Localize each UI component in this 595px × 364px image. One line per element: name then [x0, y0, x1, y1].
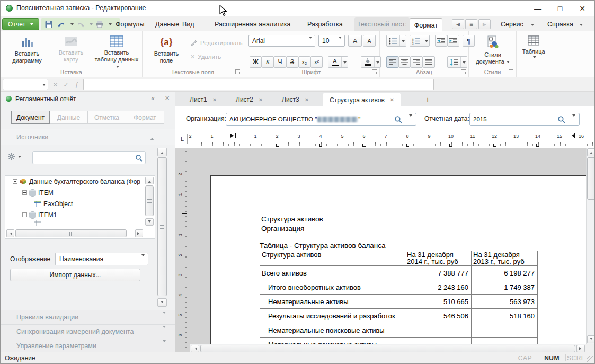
underline-button[interactable]: Ч — [274, 56, 286, 68]
tab-stop-marker[interactable] — [406, 144, 409, 147]
menu-tab-advanced-analytics[interactable]: Расширенная аналитика — [212, 19, 293, 30]
insert-chart-button[interactable]: Вставить диаграмму — [4, 33, 50, 64]
formula-input[interactable] — [83, 79, 434, 90]
sidebar-tab-document[interactable]: Документ — [11, 111, 50, 124]
align-left-button[interactable] — [386, 56, 398, 68]
name-box-combo[interactable] — [3, 79, 48, 90]
bold-button[interactable]: Ж — [250, 56, 262, 68]
italic-button[interactable]: К — [262, 56, 274, 68]
print-dropdown[interactable] — [106, 19, 112, 30]
maximize-button[interactable]: □ — [549, 1, 571, 16]
sidebar-scroll-up-button[interactable] — [157, 148, 167, 156]
import-data-button[interactable]: Импорт данных... — [10, 269, 140, 281]
redo-dropdown[interactable] — [87, 19, 93, 30]
sheet-tab-3[interactable]: Лист3✕ — [276, 93, 315, 106]
line-spacing-button[interactable] — [447, 56, 467, 68]
menu-tab-development[interactable]: Разработка — [305, 19, 345, 30]
add-sheet-button[interactable]: + — [422, 94, 433, 105]
tree-item-item1[interactable]: ITEM1 — [5, 209, 155, 220]
search-icon[interactable] — [394, 116, 402, 123]
subscript-button[interactable]: x₂ — [298, 56, 310, 68]
close-icon[interactable]: ✕ — [390, 97, 394, 103]
align-right-button[interactable] — [411, 56, 423, 68]
tree-search-input[interactable] — [35, 153, 130, 163]
grow-font-button[interactable]: A — [348, 35, 362, 47]
scroll-left-button[interactable] — [191, 345, 199, 352]
top-margin-marker[interactable] — [182, 213, 187, 214]
close-button[interactable]: ✕ — [571, 1, 593, 16]
nav-forward-button[interactable]: ▶ — [478, 19, 491, 29]
sheet-tab-structure-active[interactable]: Структура активов✕ — [323, 93, 401, 107]
scroll-right-button[interactable] — [576, 345, 585, 352]
cancel-formula-button[interactable]: ✕ — [50, 79, 60, 90]
sidebar-tab-data[interactable]: Данные — [49, 111, 88, 124]
help-menu[interactable]: Справка — [545, 19, 585, 30]
bullet-list-dropdown[interactable] — [399, 35, 406, 46]
tab-stop-marker[interactable] — [493, 144, 496, 147]
numbered-list-dropdown[interactable] — [423, 35, 429, 46]
insert-map-button[interactable]: Вставить карту — [51, 33, 91, 63]
nav-list-button[interactable]: ≡ — [465, 19, 477, 29]
scroll-down-button[interactable] — [587, 335, 595, 343]
decrease-indent-button[interactable] — [435, 35, 447, 47]
close-icon[interactable]: ✕ — [305, 97, 309, 103]
document-page[interactable]: Структура активов Организация Таблица - … — [210, 175, 595, 353]
tab-stop-marker[interactable] — [449, 144, 452, 147]
close-icon[interactable]: ✕ — [259, 97, 263, 103]
sources-section-header[interactable]: Источники — [1, 129, 175, 145]
chevron-down-icon[interactable] — [572, 114, 575, 118]
undo-button[interactable] — [56, 19, 67, 30]
superscript-button[interactable]: x² — [310, 56, 323, 68]
sidebar-scrollbar-thumb[interactable] — [157, 157, 167, 296]
tab-stop-marker[interactable] — [536, 144, 539, 147]
font-color-button[interactable]: А — [328, 56, 348, 68]
undo-dropdown[interactable] — [68, 19, 74, 30]
resize-grip[interactable] — [587, 356, 594, 363]
hscrollbar-thumb[interactable] — [200, 345, 575, 352]
menu-tab-data[interactable]: Данные — [153, 19, 181, 30]
v-ruler[interactable]: 21123456 — [175, 148, 189, 353]
search-icon[interactable] — [557, 116, 565, 123]
tab-stop-marker[interactable] — [319, 144, 322, 147]
tree-scroll-left-button[interactable] — [6, 229, 14, 237]
align-center-button[interactable] — [398, 56, 411, 68]
tree-item-balance-data[interactable]: Данные бухгалтерского баланса (Фор — [5, 176, 155, 187]
tree-hscrollbar-thumb[interactable] — [15, 229, 127, 237]
line-spacing-dropdown[interactable] — [460, 57, 467, 67]
edit-field-button[interactable]: Редактировать — [190, 38, 242, 48]
tree-scroll-right-button[interactable] — [135, 229, 143, 237]
menu-tab-view[interactable]: Вид — [180, 19, 197, 30]
collapse-panel-button[interactable]: « — [151, 95, 155, 102]
collapse-expander-icon[interactable] — [13, 179, 17, 184]
tree-scrollbar-thumb[interactable] — [145, 185, 154, 216]
vertical-scrollbar[interactable] — [586, 148, 595, 344]
redo-button[interactable] — [75, 19, 86, 30]
insert-data-table-button[interactable]: Вставить таблицу данных — [93, 33, 140, 70]
accept-formula-button[interactable]: ✓ — [61, 79, 71, 90]
minimize-button[interactable]: — — [527, 1, 549, 16]
tree-item-eaxobject[interactable]: EaxObject — [5, 198, 155, 209]
save-button[interactable] — [43, 19, 55, 30]
document-styles-button[interactable]: Стили документа — [471, 33, 514, 65]
tree-settings-button[interactable] — [8, 153, 21, 160]
display-mode-combo[interactable]: Наименования — [55, 253, 148, 265]
function-button[interactable]: ƒ — [72, 79, 82, 90]
section-validation-rules[interactable]: Правила валидации — [1, 310, 175, 324]
scroll-up-button[interactable] — [587, 148, 595, 156]
close-icon[interactable]: ✕ — [212, 97, 217, 103]
collapse-expander-icon[interactable] — [22, 190, 27, 195]
sidebar-tab-mark[interactable]: Отметка — [87, 111, 126, 124]
section-dimension-sync[interactable]: Синхронизация измерений документа — [1, 324, 175, 339]
sheet-tab-2[interactable]: Лист2✕ — [229, 93, 269, 106]
table-button[interactable]: Таблица — [518, 33, 549, 59]
service-menu[interactable]: Сервис — [499, 19, 536, 30]
tree-scroll-down-button[interactable] — [145, 218, 154, 226]
insert-field-button[interactable]: {a} Вставить поле — [149, 33, 184, 64]
justify-button[interactable] — [423, 56, 435, 68]
sidebar-scroll-down-button[interactable] — [157, 298, 167, 307]
report-menu-button[interactable]: Отчет — [2, 18, 39, 30]
document-canvas[interactable]: 21123456 Структура активов Организация Т… — [175, 148, 595, 353]
tree-scroll-up-button[interactable] — [145, 177, 154, 184]
increase-indent-button[interactable] — [447, 35, 459, 47]
collapse-expander-icon[interactable] — [22, 212, 27, 217]
